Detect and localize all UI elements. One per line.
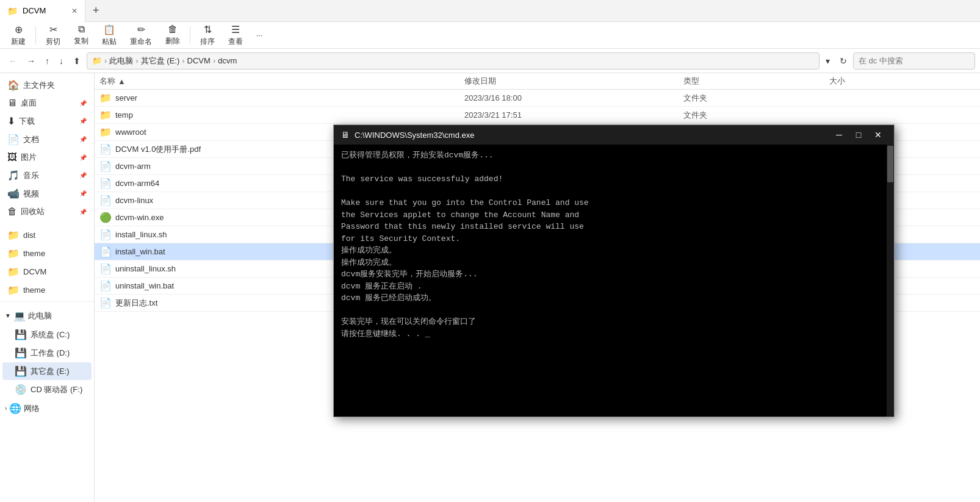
copy-icon: ⧉ bbox=[78, 24, 85, 35]
sidebar-drive-c[interactable]: 💾 系统盘 (C:) bbox=[2, 326, 92, 343]
sidebar-item-downloads[interactable]: ⬇ 下载 📌 bbox=[2, 112, 92, 130]
sidebar-item-recycle-label: 回收站 bbox=[21, 206, 45, 217]
pin-icon-4: 📌 bbox=[79, 154, 87, 161]
sort-label: 排序 bbox=[200, 37, 215, 47]
view-button[interactable]: ☰ 查看 bbox=[222, 21, 249, 49]
table-row[interactable]: 📁 temp 2023/3/21 17:51 文件夹 bbox=[95, 107, 980, 124]
sidebar-item-videos-label: 视频 bbox=[23, 188, 39, 199]
file-icon: 📁 bbox=[99, 126, 112, 138]
cut-label: 剪切 bbox=[46, 37, 60, 47]
refresh-button[interactable]: ↻ bbox=[836, 54, 851, 68]
more-button[interactable]: ··· bbox=[250, 29, 268, 42]
dropdown-button[interactable]: ▾ bbox=[822, 54, 834, 68]
cmd-content: 已获得管理员权限，开始安装dcvm服务... The service was s… bbox=[334, 145, 894, 417]
file-name-text: dcvm-arm bbox=[115, 162, 151, 171]
pictures-icon: 🖼 bbox=[7, 152, 17, 163]
pc-icon: 💻 bbox=[13, 310, 26, 321]
sidebar-item-pictures[interactable]: 🖼 图片 📌 bbox=[2, 149, 92, 166]
col-type-header[interactable]: 类型 bbox=[683, 76, 829, 87]
videos-icon: 📹 bbox=[7, 188, 20, 199]
sidebar-item-theme1[interactable]: 📁 theme bbox=[2, 245, 92, 262]
sidebar: 🏠 主文件夹 🖥 桌面 📌 ⬇ 下载 📌 📄 文档 📌 🖼 图片 📌 🎵 音乐 … bbox=[0, 73, 95, 502]
sidebar-item-pictures-label: 图片 bbox=[21, 152, 37, 163]
breadcrumb[interactable]: 📁 › 此电脑 › 其它盘 (E:) › DCVM › dcvm bbox=[87, 52, 820, 70]
col-size-header[interactable]: 大小 bbox=[829, 76, 975, 87]
col-date-header[interactable]: 修改日期 bbox=[464, 76, 683, 87]
sidebar-item-DCVM-label: DCVM bbox=[23, 267, 46, 276]
this-pc-group[interactable]: ▼ 💻 此电脑 bbox=[0, 306, 94, 325]
sidebar-drive-f-label: CD 驱动器 (F:) bbox=[31, 384, 82, 395]
breadcrumb-dcvm[interactable]: DCVM bbox=[187, 56, 211, 65]
file-icon: 📄 bbox=[99, 177, 112, 189]
new-label: 新建 bbox=[11, 37, 26, 47]
sidebar-item-theme2[interactable]: 📁 theme bbox=[2, 281, 92, 299]
rename-icon: ✏ bbox=[137, 24, 145, 35]
file-name-text: server bbox=[115, 93, 137, 102]
delete-label: 删除 bbox=[165, 36, 180, 46]
sidebar-item-dist[interactable]: 📁 dist bbox=[2, 226, 92, 244]
file-icon: 🟢 bbox=[99, 212, 112, 223]
parent-button[interactable]: ⬆ bbox=[70, 54, 84, 68]
sidebar-item-music[interactable]: 🎵 音乐 📌 bbox=[2, 167, 92, 184]
cmd-close-button[interactable]: ✕ bbox=[870, 127, 887, 142]
download-icon: ⬇ bbox=[7, 115, 15, 127]
file-icon: 📁 bbox=[99, 109, 112, 121]
sidebar-item-docs[interactable]: 📄 文档 📌 bbox=[2, 131, 92, 148]
tab-bar: 📁 DCVM ✕ + bbox=[0, 0, 980, 22]
sort-button[interactable]: ⇅ 排序 bbox=[194, 21, 221, 49]
copy-label: 复制 bbox=[74, 36, 88, 46]
sidebar-item-desktop[interactable]: 🖥 桌面 📌 bbox=[2, 95, 92, 112]
new-tab-button[interactable]: + bbox=[85, 4, 107, 17]
folder-dist-icon: 📁 bbox=[7, 229, 20, 241]
cmd-minimize-button[interactable]: ─ bbox=[830, 127, 848, 142]
breadcrumb-drive[interactable]: 其它盘 (E:) bbox=[141, 56, 180, 66]
rename-button[interactable]: ✏ 重命名 bbox=[124, 21, 158, 49]
delete-button[interactable]: 🗑 删除 bbox=[159, 21, 186, 49]
network-label: 网络 bbox=[24, 403, 40, 414]
pin-icon: 📌 bbox=[79, 100, 87, 107]
copy-button[interactable]: ⧉ 复制 bbox=[68, 21, 95, 49]
folder-DCVM-icon: 📁 bbox=[7, 266, 20, 278]
breadcrumb-dcvm2[interactable]: dcvm bbox=[218, 56, 237, 65]
sidebar-item-DCVM[interactable]: 📁 DCVM bbox=[2, 263, 92, 281]
cut-button[interactable]: ✂ 剪切 bbox=[40, 21, 67, 49]
pin-icon-3: 📌 bbox=[79, 136, 87, 143]
sidebar-drive-e[interactable]: 💾 其它盘 (E:) bbox=[2, 362, 92, 380]
sidebar-item-recycle[interactable]: 🗑 回收站 📌 bbox=[2, 203, 92, 220]
sidebar-item-videos[interactable]: 📹 视频 📌 bbox=[2, 185, 92, 203]
network-group[interactable]: › 🌐 网络 bbox=[0, 399, 94, 418]
table-row[interactable]: 📁 server 2023/3/16 18:00 文件夹 bbox=[95, 90, 980, 107]
file-date-cell: 2023/3/21 17:51 bbox=[464, 110, 683, 120]
tab-close-button[interactable]: ✕ bbox=[71, 7, 77, 15]
cmd-maximize-button[interactable]: □ bbox=[850, 127, 867, 142]
sidebar-drive-f[interactable]: 💿 CD 驱动器 (F:) bbox=[2, 381, 92, 398]
down-button[interactable]: ↓ bbox=[56, 54, 67, 68]
file-name-text: wwwroot bbox=[115, 127, 146, 137]
file-name-text: install_win.bat bbox=[115, 247, 165, 256]
cmd-icon: 🖥 bbox=[341, 130, 350, 140]
file-name-cell: 📁 temp bbox=[99, 109, 464, 121]
toolbar-separator-2 bbox=[190, 26, 190, 45]
new-button[interactable]: ⊕ 新建 bbox=[5, 21, 32, 49]
cmd-scrollbar[interactable] bbox=[887, 145, 894, 417]
search-input[interactable] bbox=[853, 52, 975, 70]
home-icon: 🏠 bbox=[7, 79, 20, 91]
up-button[interactable]: ↑ bbox=[41, 54, 53, 68]
sidebar-item-downloads-label: 下载 bbox=[19, 116, 35, 127]
breadcrumb-thispc[interactable]: 此电脑 bbox=[109, 56, 133, 66]
back-button[interactable]: ← bbox=[5, 54, 21, 68]
sidebar-drive-d-label: 工作盘 (D:) bbox=[31, 348, 70, 359]
toolbar-separator-1 bbox=[35, 26, 36, 45]
sidebar-item-theme1-label: theme bbox=[23, 249, 45, 258]
paste-label: 粘贴 bbox=[102, 37, 117, 47]
drive-d-icon: 💾 bbox=[15, 347, 27, 359]
sidebar-main-folder[interactable]: 🏠 主文件夹 bbox=[2, 76, 92, 94]
forward-button[interactable]: → bbox=[23, 54, 39, 68]
sidebar-item-docs-label: 文档 bbox=[23, 134, 39, 145]
file-name-text: dcvm-arm64 bbox=[115, 179, 159, 188]
paste-button[interactable]: 📋 粘贴 bbox=[96, 21, 123, 49]
dcvm-tab[interactable]: 📁 DCVM ✕ bbox=[0, 0, 85, 22]
sort-icon: ⇅ bbox=[204, 24, 212, 35]
col-name-header[interactable]: 名称 ▲ bbox=[99, 76, 464, 87]
sidebar-drive-d[interactable]: 💾 工作盘 (D:) bbox=[2, 344, 92, 362]
